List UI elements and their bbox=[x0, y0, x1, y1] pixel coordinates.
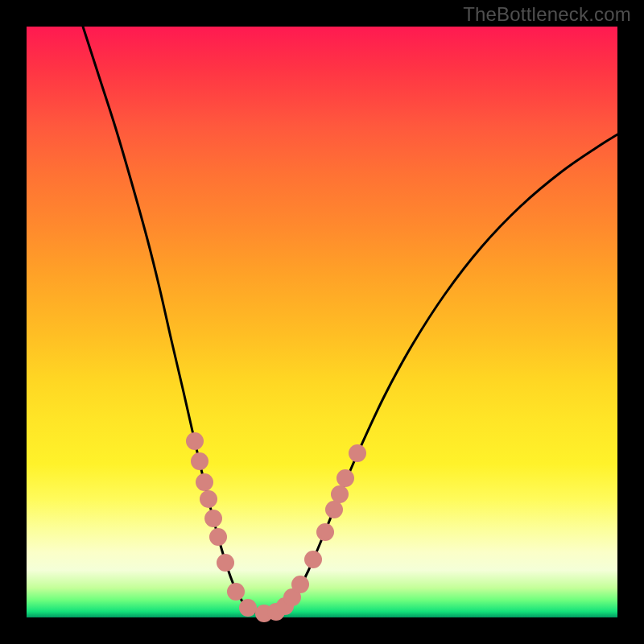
marker-dot bbox=[217, 554, 234, 572]
marker-dot bbox=[200, 490, 217, 508]
marker-dot bbox=[349, 444, 366, 462]
marker-dot bbox=[191, 452, 208, 470]
chart-frame: TheBottleneck.com bbox=[0, 0, 644, 644]
bottleneck-curve bbox=[83, 27, 617, 615]
marker-dot bbox=[196, 473, 213, 491]
marker-dot bbox=[239, 599, 257, 617]
watermark-text: TheBottleneck.com bbox=[463, 3, 631, 26]
chart-svg bbox=[27, 27, 617, 617]
marker-dot bbox=[304, 551, 322, 568]
marker-dot bbox=[291, 576, 309, 593]
marker-dot bbox=[204, 510, 222, 527]
plot-area bbox=[27, 27, 617, 617]
marker-group bbox=[186, 432, 366, 622]
marker-dot bbox=[209, 528, 227, 546]
marker-dot bbox=[336, 469, 354, 487]
marker-dot bbox=[316, 523, 334, 541]
marker-dot bbox=[186, 432, 204, 450]
marker-dot bbox=[331, 485, 349, 503]
marker-dot bbox=[227, 583, 245, 601]
marker-dot bbox=[325, 501, 343, 518]
